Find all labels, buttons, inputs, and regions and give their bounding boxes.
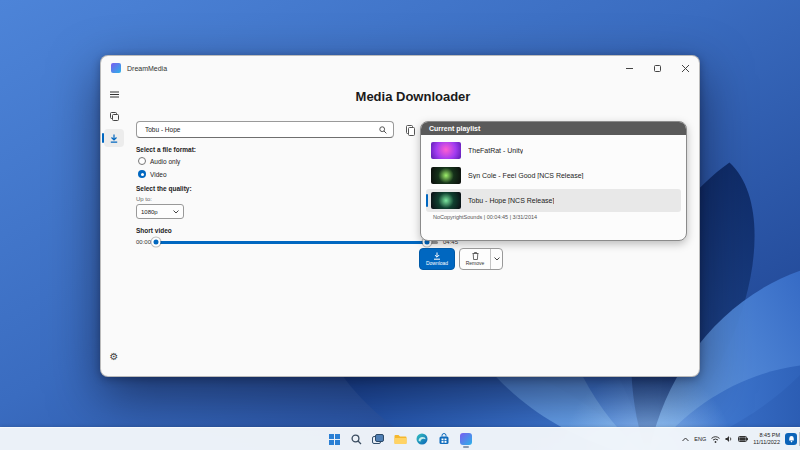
download-icon: [433, 252, 441, 260]
quality-hint: Up to:: [136, 196, 152, 202]
battery-button[interactable]: [738, 436, 748, 442]
trash-icon: [472, 252, 479, 260]
desktop: DreamMedia: [0, 0, 800, 450]
maximize-button[interactable]: [643, 56, 671, 80]
chevron-down-icon: [173, 210, 179, 214]
edge-icon: [416, 433, 428, 445]
quality-value: 1080p: [141, 209, 158, 215]
slider-fill: [156, 241, 427, 244]
store-icon: [438, 433, 450, 445]
remove-label: Remove: [466, 261, 485, 266]
close-icon: [682, 65, 689, 72]
playlist-item[interactable]: TheFatRat - Unity: [426, 139, 681, 162]
search-taskbar-icon: [351, 434, 362, 445]
radio-audio-only[interactable]: Audio only: [138, 157, 180, 165]
action-buttons: Download Remove: [419, 248, 503, 270]
search-input[interactable]: [137, 126, 379, 133]
search-box: [136, 121, 394, 138]
sidebar-item-downloader[interactable]: [104, 129, 124, 147]
battery-icon: [738, 436, 748, 442]
taskbar: ENG 8:45 PM: [0, 427, 800, 450]
settings-button[interactable]: ⚙: [104, 348, 124, 366]
sidebar: ⚙: [101, 80, 127, 376]
chevron-down-icon: [494, 257, 500, 261]
trim-slider: 00:00 04:45: [136, 239, 458, 245]
remove-options-button[interactable]: [490, 249, 502, 269]
remove-button[interactable]: Remove: [460, 249, 490, 269]
main-content: Media Downloader Select a file format: A…: [127, 80, 699, 376]
quality-label: Select the quality:: [136, 185, 192, 192]
media-app-icon: [460, 433, 472, 445]
clock[interactable]: 8:45 PM 11/11/2022: [753, 432, 780, 446]
speaker-icon: [725, 435, 733, 443]
search-icon[interactable]: [379, 126, 387, 134]
video-title: Syn Cole - Feel Good [NCS Release]: [468, 172, 584, 179]
windows-logo-icon: [329, 434, 340, 445]
app-window: DreamMedia: [100, 55, 700, 377]
tray-chevron-button[interactable]: [682, 437, 689, 442]
close-button[interactable]: [671, 56, 699, 80]
video-meta: NoCopyrightSounds | 00:04:45 | 3/31/2014: [426, 212, 681, 220]
system-tray: ENG 8:45 PM: [682, 428, 797, 450]
task-view-button[interactable]: [370, 431, 386, 447]
paste-icon[interactable]: [404, 124, 417, 137]
chevron-up-icon: [682, 437, 689, 442]
window-title: DreamMedia: [127, 65, 167, 72]
video-thumbnail: [431, 142, 461, 159]
playlist-panel: Current playlist TheFatRat - Unity Syn C…: [420, 121, 687, 241]
media-app-button[interactable]: [458, 431, 474, 447]
taskbar-center: [326, 428, 474, 450]
edge-button[interactable]: [414, 431, 430, 447]
playlist-item[interactable]: Syn Cole - Feel Good [NCS Release]: [426, 164, 681, 187]
task-view-icon: [372, 434, 384, 445]
radio-label-audio: Audio only: [150, 158, 180, 165]
menu-button[interactable]: [104, 85, 124, 103]
slider-track[interactable]: [156, 241, 438, 244]
download-button[interactable]: Download: [419, 248, 455, 270]
hamburger-icon: [110, 91, 119, 98]
tray-time: 8:45 PM: [760, 432, 780, 439]
minimize-icon: [626, 65, 633, 72]
wifi-button[interactable]: [711, 436, 720, 443]
trim-label: Short video: [136, 227, 172, 234]
sidebar-item-converter[interactable]: [104, 107, 124, 125]
search-button[interactable]: [348, 431, 364, 447]
titlebar[interactable]: DreamMedia: [101, 56, 699, 80]
maximize-icon: [654, 65, 661, 72]
notification-bell-button[interactable]: [785, 433, 797, 445]
video-title: Tobu - Hope [NCS Release]: [468, 197, 554, 204]
playlist-body: TheFatRat - Unity Syn Cole - Feel Good […: [421, 135, 686, 240]
bell-icon: [788, 435, 795, 443]
slider-handle-start[interactable]: [152, 238, 161, 247]
gear-icon: ⚙: [110, 352, 119, 362]
start-button[interactable]: [326, 431, 342, 447]
video-thumbnail: [431, 167, 461, 184]
format-label: Select a file format:: [136, 146, 196, 153]
volume-button[interactable]: [725, 435, 733, 443]
download-nav-icon: [110, 134, 118, 143]
tray-date: 11/11/2022: [753, 439, 780, 446]
page-title: Media Downloader: [127, 89, 699, 104]
video-thumbnail: [431, 192, 461, 209]
trim-start-label: 00:00: [136, 239, 151, 245]
radio-circle-unchecked: [138, 157, 146, 165]
radio-label-video: Video: [150, 171, 167, 178]
playlist-header: Current playlist: [421, 122, 686, 135]
quality-select[interactable]: 1080p: [136, 204, 184, 219]
language-indicator[interactable]: ENG: [694, 436, 706, 442]
playlist-item-selected[interactable]: Tobu - Hope [NCS Release]: [426, 189, 681, 212]
download-label: Download: [426, 261, 448, 266]
app-icon: [111, 63, 121, 73]
converter-icon: [110, 112, 119, 121]
remove-split-button: Remove: [459, 248, 503, 270]
minimize-button[interactable]: [615, 56, 643, 80]
folder-icon: [394, 434, 407, 445]
store-button[interactable]: [436, 431, 452, 447]
wifi-icon: [711, 436, 720, 443]
file-explorer-button[interactable]: [392, 431, 408, 447]
radio-video[interactable]: Video: [138, 170, 167, 178]
radio-circle-checked: [138, 170, 146, 178]
video-title: TheFatRat - Unity: [468, 147, 523, 154]
